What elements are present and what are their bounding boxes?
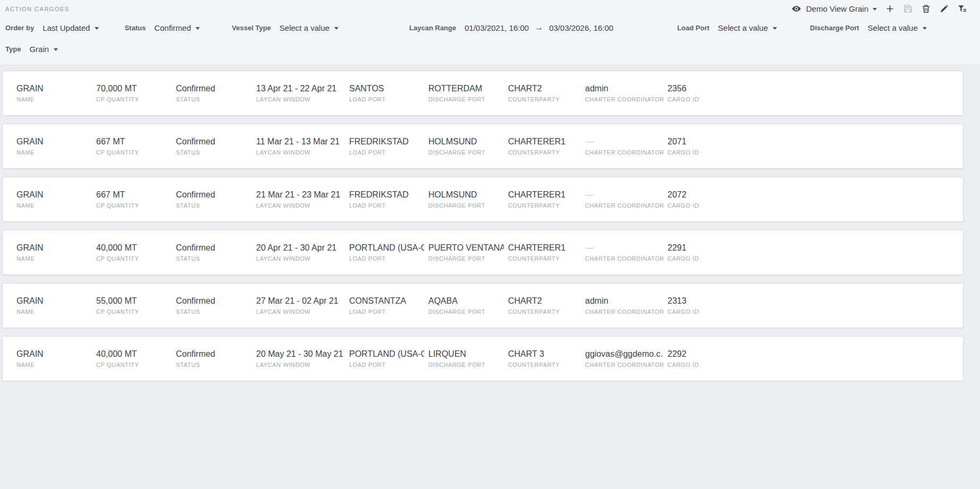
filter-vessel-type: Vessel Type Select a value — [232, 23, 339, 32]
add-view-button[interactable] — [884, 4, 895, 14]
type-label: Type — [5, 45, 21, 53]
cargo-id-field: 2292 CARGO ID — [668, 349, 963, 368]
cargo-charter-coordinator-field: ggiovas@ggdemo.c... CHARTER COORDINATOR — [585, 349, 668, 368]
cargo-discharge-port-field: ROTTERDAM DISCHARGE PORT — [428, 84, 508, 102]
cargo-counterparty-field: CHART 3 COUNTERPARTY — [508, 349, 585, 368]
cargo-name-field: GRAIN NAME — [16, 137, 96, 156]
status-dropdown[interactable]: Confirmed — [154, 23, 200, 32]
filter-laycan-range: Laycan Range 01/03/2021, 16:00 → 03/03/2… — [409, 23, 613, 32]
cargo-status-field: Confirmed STATUS — [176, 137, 256, 156]
cargo-laycan-window-field: 13 Apr 21 - 22 Apr 21 LAYCAN WINDOW — [256, 84, 349, 102]
cargo-card[interactable]: GRAIN NAME 667 MT CP QUANTITY Confirmed … — [2, 177, 964, 222]
cargo-card[interactable]: GRAIN NAME 55,000 MT CP QUANTITY Confirm… — [2, 283, 964, 328]
page-title: ACTION CARGOES — [5, 6, 70, 12]
cargo-id-field: 2313 CARGO ID — [668, 296, 963, 315]
edit-view-button[interactable] — [939, 4, 949, 14]
cargo-name-field: GRAIN NAME — [16, 84, 96, 102]
cargo-laycan-window-field: 27 Mar 21 - 02 Apr 21 LAYCAN WINDOW — [256, 296, 349, 315]
vessel-type-dropdown[interactable]: Select a value — [280, 23, 339, 32]
cargo-status-field: Confirmed STATUS — [176, 243, 256, 262]
cargo-cp-quantity-field: 667 MT CP QUANTITY — [96, 137, 176, 156]
cargo-counterparty-field: CHARTERER1 COUNTERPARTY — [508, 243, 585, 262]
cargo-discharge-port-field: LIRQUEN DISCHARGE PORT — [428, 349, 508, 368]
cargo-list: GRAIN NAME 70,000 MT CP QUANTITY Confirm… — [0, 65, 980, 381]
cargo-load-port-field: FREDRIKSTAD LOAD PORT — [349, 190, 428, 209]
cargo-card[interactable]: GRAIN NAME 667 MT CP QUANTITY Confirmed … — [2, 124, 964, 169]
cargo-counterparty-field: CHARTERER1 COUNTERPARTY — [508, 137, 585, 156]
cargo-cp-quantity-field: 70,000 MT CP QUANTITY — [96, 84, 176, 102]
cargo-status-field: Confirmed STATUS — [176, 84, 256, 102]
cargo-cp-quantity-field: 40,000 MT CP QUANTITY — [96, 349, 176, 368]
cargo-cp-quantity-field: 40,000 MT CP QUANTITY — [96, 243, 176, 262]
arrow-right-icon: → — [534, 23, 544, 32]
chevron-down-icon — [773, 27, 777, 30]
cargo-id-field: 2072 CARGO ID — [668, 190, 963, 209]
cargo-card[interactable]: GRAIN NAME 40,000 MT CP QUANTITY Confirm… — [2, 230, 964, 275]
cargo-cp-quantity-field: 55,000 MT CP QUANTITY — [96, 296, 176, 315]
cargo-load-port-field: PORTLAND (USA-O... LOAD PORT — [349, 243, 428, 262]
cargo-discharge-port-field: HOLMSUND DISCHARGE PORT — [428, 137, 508, 156]
filter-bar-secondary: Type Grain — [5, 42, 980, 55]
filter-load-port: Load Port Select a value — [677, 23, 777, 32]
cargo-charter-coordinator-field: admin CHARTER COORDINATOR — [585, 84, 668, 102]
filter-discharge-port: Discharge Port Select a value — [810, 23, 927, 32]
filter-order-by: Order by Last Updated — [5, 23, 99, 32]
cargo-discharge-port-field: HOLMSUND DISCHARGE PORT — [428, 190, 508, 209]
view-name: Demo View Grain — [806, 4, 868, 13]
save-view-button[interactable] — [902, 4, 913, 14]
eye-icon — [791, 4, 802, 14]
cargo-status-field: Confirmed STATUS — [176, 349, 256, 368]
cargo-id-field: 2071 CARGO ID — [668, 137, 963, 156]
order-by-dropdown[interactable]: Last Updated — [43, 23, 99, 32]
load-port-dropdown[interactable]: Select a value — [718, 23, 777, 32]
discharge-port-label: Discharge Port — [810, 24, 859, 32]
view-selector[interactable]: Demo View Grain — [791, 4, 877, 14]
filter-type: Type Grain — [5, 45, 58, 54]
vessel-type-label: Vessel Type — [232, 24, 271, 32]
order-by-label: Order by — [5, 24, 34, 32]
cargo-counterparty-field: CHARTERER1 COUNTERPARTY — [508, 190, 585, 209]
cargo-load-port-field: CONSTANTZA LOAD PORT — [349, 296, 428, 315]
discharge-port-dropdown[interactable]: Select a value — [868, 23, 927, 32]
cargo-name-field: GRAIN NAME — [16, 243, 96, 262]
cargo-name-field: GRAIN NAME — [16, 296, 96, 315]
cargo-charter-coordinator-field: — CHARTER COORDINATOR — [585, 190, 668, 209]
filter-list-icon[interactable] — [957, 4, 967, 14]
laycan-range-picker: 01/03/2021, 16:00 → 03/03/2026, 16:00 — [464, 23, 613, 32]
delete-view-button[interactable] — [920, 4, 931, 14]
status-label: Status — [124, 24, 146, 32]
cargo-load-port-field: FREDRIKSTAD LOAD PORT — [349, 137, 428, 156]
cargo-charter-coordinator-field: — CHARTER COORDINATOR — [585, 243, 668, 262]
view-toolbar: Demo View Grain — [791, 4, 967, 14]
cargo-discharge-port-field: PUERTO VENTANAS DISCHARGE PORT — [428, 243, 508, 262]
chevron-down-icon — [54, 48, 58, 51]
laycan-range-label: Laycan Range — [409, 24, 456, 32]
cargo-counterparty-field: CHART2 COUNTERPARTY — [508, 296, 585, 315]
laycan-to-date[interactable]: 03/03/2026, 16:00 — [549, 23, 613, 32]
cargo-card[interactable]: GRAIN NAME 70,000 MT CP QUANTITY Confirm… — [2, 71, 964, 116]
cargo-id-field: 2291 CARGO ID — [668, 243, 963, 262]
cargo-charter-coordinator-field: admin CHARTER COORDINATOR — [585, 296, 668, 315]
cargo-laycan-window-field: 21 Mar 21 - 23 Mar 21 LAYCAN WINDOW — [256, 190, 349, 209]
cargo-card[interactable]: GRAIN NAME 40,000 MT CP QUANTITY Confirm… — [2, 336, 964, 381]
chevron-down-icon — [923, 27, 927, 30]
chevron-down-icon — [95, 27, 99, 30]
load-port-label: Load Port — [677, 24, 709, 32]
type-dropdown[interactable]: Grain — [29, 45, 58, 54]
cargo-load-port-field: SANTOS LOAD PORT — [349, 84, 428, 102]
cargo-id-field: 2356 CARGO ID — [668, 84, 963, 102]
cargo-laycan-window-field: 20 May 21 - 30 May 21 LAYCAN WINDOW — [256, 349, 349, 368]
chevron-down-icon — [196, 27, 200, 30]
filter-bar: Order by Last Updated Status Confirmed V… — [5, 21, 980, 34]
cargo-status-field: Confirmed STATUS — [176, 296, 256, 315]
cargo-laycan-window-field: 11 Mar 21 - 13 Mar 21 LAYCAN WINDOW — [256, 137, 349, 156]
chevron-down-icon — [334, 27, 339, 30]
laycan-from-date[interactable]: 01/03/2021, 16:00 — [464, 23, 529, 32]
cargo-laycan-window-field: 20 Apr 21 - 30 Apr 21 LAYCAN WINDOW — [256, 243, 349, 262]
cargo-discharge-port-field: AQABA DISCHARGE PORT — [428, 296, 508, 315]
cargo-name-field: GRAIN NAME — [16, 349, 96, 368]
cargo-load-port-field: PORTLAND (USA-O... LOAD PORT — [349, 349, 428, 368]
page-header: ACTION CARGOES Demo View Grain — [0, 0, 980, 65]
cargo-name-field: GRAIN NAME — [16, 190, 96, 209]
cargo-cp-quantity-field: 667 MT CP QUANTITY — [96, 190, 176, 209]
